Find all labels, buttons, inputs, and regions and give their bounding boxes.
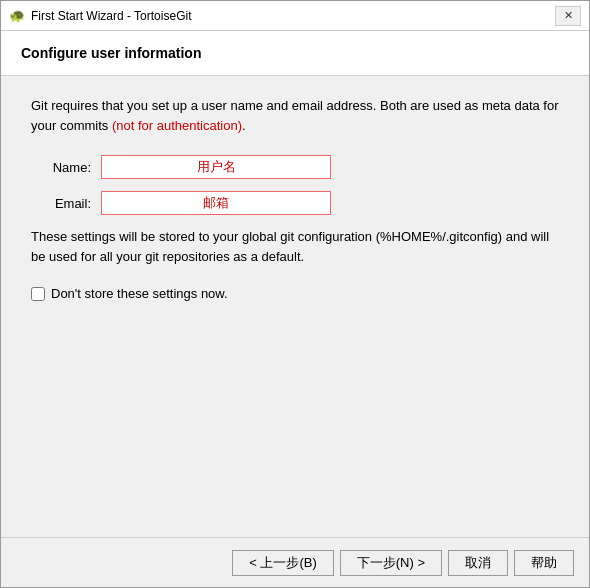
close-button[interactable]: ✕	[555, 6, 581, 26]
main-window: 🐢 First Start Wizard - TortoiseGit ✕ Con…	[0, 0, 590, 588]
description-main: Git requires that you set up a user name…	[31, 98, 559, 133]
content-area: Git requires that you set up a user name…	[1, 76, 589, 537]
header-section: Configure user information	[1, 31, 589, 76]
help-button[interactable]: 帮助	[514, 550, 574, 576]
email-input[interactable]	[101, 191, 331, 215]
next-button[interactable]: 下一步(N) >	[340, 550, 442, 576]
email-label: Email:	[31, 196, 91, 211]
title-bar-controls: ✕	[555, 6, 581, 26]
name-row: Name:	[31, 155, 559, 179]
dont-store-row: Don't store these settings now.	[31, 286, 559, 301]
description-parenthetical: (not for authentication)	[112, 118, 242, 133]
description-text: Git requires that you set up a user name…	[31, 96, 559, 135]
dont-store-checkbox[interactable]	[31, 287, 45, 301]
back-button[interactable]: < 上一步(B)	[232, 550, 334, 576]
title-bar: 🐢 First Start Wizard - TortoiseGit ✕	[1, 1, 589, 31]
settings-note: These settings will be stored to your gl…	[31, 227, 559, 266]
description-end: .	[242, 118, 246, 133]
name-label: Name:	[31, 160, 91, 175]
email-row: Email:	[31, 191, 559, 215]
cancel-button[interactable]: 取消	[448, 550, 508, 576]
app-icon: 🐢	[9, 8, 25, 24]
page-title: Configure user information	[21, 45, 569, 61]
window-title: First Start Wizard - TortoiseGit	[31, 9, 555, 23]
dont-store-label[interactable]: Don't store these settings now.	[51, 286, 228, 301]
name-input[interactable]	[101, 155, 331, 179]
footer: < 上一步(B) 下一步(N) > 取消 帮助	[1, 537, 589, 587]
